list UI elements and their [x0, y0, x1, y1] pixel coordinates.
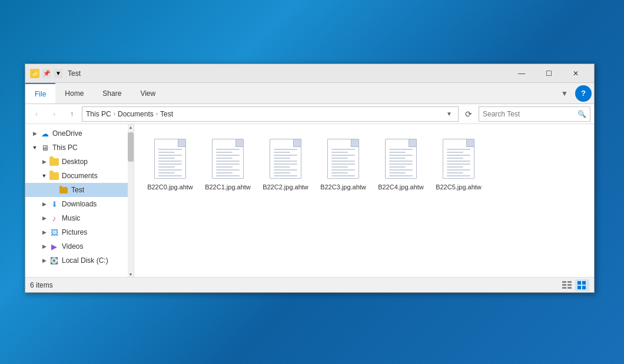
address-bar: ‹ › ↑ This PC › Documents › Test ▼ ⟳ 🔍 — [25, 104, 594, 124]
breadcrumb-documents[interactable]: Documents — [118, 110, 154, 118]
file-icon-3 — [324, 137, 362, 181]
sidebar-item-pictures[interactable]: ▶ 🖼 Pictures — [25, 225, 134, 239]
sidebar-item-this-pc[interactable]: ▼ 🖥 This PC — [25, 141, 134, 155]
forward-button[interactable]: › — [47, 106, 62, 122]
sidebar-item-downloads[interactable]: ▶ ⬇ Downloads — [25, 197, 134, 211]
file-name-1: B22C1.jpg.ahtw — [205, 183, 251, 191]
file-item[interactable]: B22C0.jpg.ahtw — [144, 133, 197, 195]
breadcrumb-sep-1: › — [114, 111, 115, 117]
videos-label: Videos — [62, 242, 83, 251]
sidebar-item-documents[interactable]: ▼ Documents — [25, 169, 134, 183]
view-large-button[interactable] — [575, 279, 589, 291]
file-item-4[interactable]: B22C4.jpg.ahtw — [374, 133, 427, 195]
file-icon-5 — [440, 137, 477, 181]
desktop-icon — [49, 156, 59, 167]
search-input[interactable] — [483, 110, 577, 118]
expand-this-pc[interactable]: ▼ — [30, 145, 39, 151]
address-path[interactable]: This PC › Documents › Test ▼ — [82, 106, 459, 122]
onedrive-label: OneDrive — [52, 129, 82, 138]
view-icons — [560, 279, 589, 291]
sidebar-scrollbar[interactable]: ▲ ▼ — [128, 124, 134, 277]
item-count: 6 items — [30, 281, 560, 289]
title-bar: 📁 📌 ▼ Test — ☐ ✕ — [25, 64, 594, 83]
svg-rect-4 — [562, 287, 566, 289]
path-dropdown[interactable]: ▼ — [444, 111, 454, 117]
file-item-1[interactable]: B22C1.jpg.ahtw — [201, 133, 254, 195]
expand-videos[interactable]: ▶ — [39, 243, 49, 249]
minimize-button[interactable]: — — [508, 64, 535, 83]
file-area: B22C0.jpg.ahtw B22C1.jpg.ahtw — [134, 124, 594, 277]
file-item-5[interactable]: B22C5.jpg.ahtw — [432, 133, 485, 195]
scroll-down-arrow[interactable]: ▼ — [128, 271, 134, 277]
tab-file[interactable]: File — [25, 83, 55, 103]
view-details-button[interactable] — [560, 279, 574, 291]
title-bar-icons: 📁 📌 ▼ — [30, 69, 63, 78]
file-item-2[interactable]: B22C2.jpg.ahtw — [259, 133, 312, 195]
documents-label: Documents — [62, 172, 98, 180]
file-name-5: B22C5.jpg.ahtw — [436, 183, 482, 191]
test-icon — [58, 185, 69, 195]
pictures-label: Pictures — [62, 228, 87, 236]
expand-onedrive[interactable]: ▶ — [30, 131, 39, 136]
disk-icon: 💽 — [49, 255, 59, 266]
details-view-icon — [562, 281, 572, 289]
breadcrumb-this-pc[interactable]: This PC — [86, 110, 111, 118]
file-item-3[interactable]: B22C3.jpg.ahtw — [317, 133, 370, 195]
test-label: Test — [71, 186, 84, 194]
close-button[interactable]: ✕ — [562, 64, 589, 83]
music-label: Music — [62, 214, 80, 222]
expand-downloads[interactable]: ▶ — [39, 201, 49, 207]
music-icon: ♪ — [49, 213, 59, 223]
svg-rect-1 — [567, 281, 572, 283]
sidebar-item-music[interactable]: ▶ ♪ Music — [25, 211, 134, 225]
sidebar-item-test[interactable]: Test — [25, 183, 134, 197]
ribbon-chevron[interactable]: ▼ — [556, 83, 573, 103]
file-name-2: B22C2.jpg.ahtw — [263, 183, 308, 191]
this-pc-icon: 🖥 — [39, 142, 50, 153]
file-icon-4 — [382, 137, 420, 181]
tab-view[interactable]: View — [131, 83, 165, 103]
svg-rect-6 — [577, 281, 581, 285]
sidebar-item-onedrive[interactable]: ▶ ☁ OneDrive — [25, 126, 134, 141]
tab-home[interactable]: Home — [55, 83, 93, 103]
search-box[interactable]: 🔍 — [479, 106, 590, 122]
folder-icon-tb: 📁 — [30, 69, 39, 78]
sidebar-item-local-disk[interactable]: ▶ 💽 Local Disk (C:) — [25, 253, 134, 268]
scrollbar-thumb[interactable] — [128, 132, 134, 162]
main-area: ▶ ☁ OneDrive ▼ 🖥 This PC ▶ Desktop ▼ Doc… — [25, 124, 594, 277]
svg-rect-9 — [582, 286, 586, 289]
onedrive-icon: ☁ — [39, 128, 50, 139]
refresh-button[interactable]: ⟳ — [461, 106, 476, 122]
breadcrumb-sep-2: › — [156, 111, 158, 117]
tab-share[interactable]: Share — [93, 83, 131, 103]
documents-icon — [49, 171, 59, 181]
ribbon: File Home Share View ▼ ? — [25, 83, 594, 104]
svg-rect-7 — [582, 281, 586, 285]
sidebar-item-videos[interactable]: ▶ ▶ Videos — [25, 239, 134, 253]
file-name-0: B22C0.jpg.ahtw — [147, 183, 193, 191]
expand-pictures[interactable]: ▶ — [39, 229, 49, 235]
file-icon-2 — [267, 137, 304, 181]
expand-documents[interactable]: ▼ — [39, 173, 49, 179]
explorer-window: 📁 📌 ▼ Test — ☐ ✕ File Home Share View ▼ … — [25, 64, 595, 293]
help-button[interactable]: ? — [575, 85, 592, 102]
expand-music[interactable]: ▶ — [39, 215, 49, 221]
sidebar-item-desktop[interactable]: ▶ Desktop — [25, 155, 134, 169]
file-name-4: B22C4.jpg.ahtw — [378, 183, 424, 191]
maximize-button[interactable]: ☐ — [535, 64, 562, 83]
sidebar: ▶ ☁ OneDrive ▼ 🖥 This PC ▶ Desktop ▼ Doc… — [25, 124, 134, 277]
expand-desktop[interactable]: ▶ — [39, 159, 49, 165]
svg-rect-5 — [567, 287, 572, 289]
svg-rect-3 — [567, 284, 572, 286]
local-disk-label: Local Disk (C:) — [62, 256, 108, 265]
status-bar: 6 items — [25, 277, 594, 292]
window-controls: — ☐ ✕ — [508, 64, 589, 83]
up-button[interactable]: ↑ — [64, 106, 79, 122]
back-button[interactable]: ‹ — [29, 106, 44, 122]
scroll-up-arrow[interactable]: ▲ — [128, 124, 134, 130]
search-icon[interactable]: 🔍 — [577, 110, 586, 118]
breadcrumb-test[interactable]: Test — [160, 110, 173, 118]
pictures-icon: 🖼 — [49, 227, 59, 238]
file-icon-1 — [209, 137, 247, 181]
expand-local-disk[interactable]: ▶ — [39, 258, 49, 263]
